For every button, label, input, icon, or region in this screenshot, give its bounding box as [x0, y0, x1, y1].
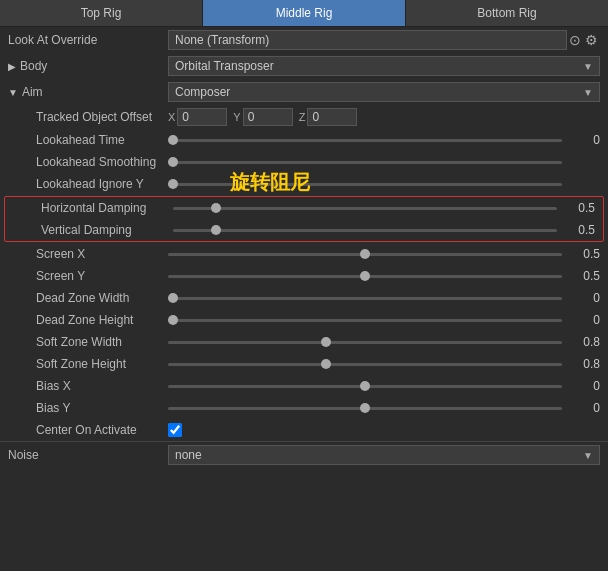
screen-x-value: 0.5: [570, 247, 600, 261]
lookahead-time-value: 0: [570, 133, 600, 147]
soft-zone-width-label: Soft Zone Width: [8, 335, 168, 349]
dead-zone-height-label: Dead Zone Height: [8, 313, 168, 327]
bias-x-label: Bias X: [8, 379, 168, 393]
tab-bar: Top Rig Middle Rig Bottom Rig: [0, 0, 608, 27]
vertical-damping-label: Vertical Damping: [13, 223, 173, 237]
lookahead-smoothing-label: Lookahead Smoothing: [8, 155, 168, 169]
lookahead-ignore-y-row: Lookahead Ignore Y: [0, 173, 608, 195]
screen-y-row: Screen Y 0.5: [0, 265, 608, 287]
tab-bottom-rig[interactable]: Bottom Rig: [406, 0, 608, 26]
vertical-damping-slider-area: 0.5: [173, 223, 595, 237]
z-input[interactable]: [307, 108, 357, 126]
soft-zone-width-slider[interactable]: [168, 341, 562, 344]
body-dropdown[interactable]: Orbital Transposer ▼: [168, 56, 600, 76]
aim-dropdown[interactable]: Composer ▼: [168, 82, 600, 102]
y-input[interactable]: [243, 108, 293, 126]
lookahead-time-slider[interactable]: [168, 139, 562, 142]
bias-y-slider-area: 0: [168, 401, 600, 415]
tracked-object-offset-label: Tracked Object Offset: [8, 110, 168, 124]
lookahead-time-label: Lookahead Time: [8, 133, 168, 147]
bias-x-slider-area: 0: [168, 379, 600, 393]
bias-x-value: 0: [570, 379, 600, 393]
soft-zone-width-slider-area: 0.8: [168, 335, 600, 349]
dead-zone-width-label: Dead Zone Width: [8, 291, 168, 305]
noise-dropdown-arrow: ▼: [583, 450, 593, 461]
dead-zone-width-slider-area: 0: [168, 291, 600, 305]
horizontal-damping-row: Horizontal Damping 0.5: [5, 197, 603, 219]
soft-zone-height-label: Soft Zone Height: [8, 357, 168, 371]
soft-zone-height-slider[interactable]: [168, 363, 562, 366]
body-dropdown-arrow: ▼: [583, 61, 593, 72]
xyz-fields: X Y Z: [168, 108, 600, 126]
x-field: X: [168, 108, 227, 126]
body-arrow-icon: ▶: [8, 61, 16, 72]
x-input[interactable]: [177, 108, 227, 126]
y-label: Y: [233, 111, 240, 123]
vertical-damping-slider[interactable]: [173, 229, 557, 232]
target-icon-button[interactable]: ⊙: [567, 32, 583, 48]
horizontal-damping-slider-area: 0.5: [173, 201, 595, 215]
damping-highlight-box: Horizontal Damping 0.5 Vertical Damping …: [4, 196, 604, 242]
lookahead-ignore-y-slider-area: [168, 183, 600, 186]
dead-zone-width-slider[interactable]: [168, 297, 562, 300]
dead-zone-height-value: 0: [570, 313, 600, 327]
soft-zone-width-row: Soft Zone Width 0.8: [0, 331, 608, 353]
lookahead-ignore-y-slider[interactable]: [168, 183, 562, 186]
x-label: X: [168, 111, 175, 123]
lookahead-time-row: Lookahead Time 0: [0, 129, 608, 151]
dead-zone-width-row: Dead Zone Width 0: [0, 287, 608, 309]
soft-zone-height-row: Soft Zone Height 0.8: [0, 353, 608, 375]
bias-y-row: Bias Y 0: [0, 397, 608, 419]
screen-y-slider-area: 0.5: [168, 269, 600, 283]
body-row: ▶ Body Orbital Transposer ▼: [0, 53, 608, 79]
main-content: Look At Override None (Transform) ⊙ ⚙ ▶ …: [0, 27, 608, 468]
center-on-activate-row: Center On Activate: [0, 419, 608, 441]
horizontal-damping-value: 0.5: [565, 201, 595, 215]
bias-y-value: 0: [570, 401, 600, 415]
bias-x-slider[interactable]: [168, 385, 562, 388]
soft-zone-width-value: 0.8: [570, 335, 600, 349]
dead-zone-height-slider-area: 0: [168, 313, 600, 327]
noise-row: Noise none ▼: [0, 442, 608, 468]
soft-zone-height-value: 0.8: [570, 357, 600, 371]
lookahead-smoothing-slider-area: [168, 161, 600, 164]
aim-row: ▼ Aim Composer ▼: [0, 79, 608, 105]
dead-zone-height-slider[interactable]: [168, 319, 562, 322]
screen-x-slider[interactable]: [168, 253, 562, 256]
dead-zone-height-row: Dead Zone Height 0: [0, 309, 608, 331]
screen-y-value: 0.5: [570, 269, 600, 283]
tab-middle-rig[interactable]: Middle Rig: [203, 0, 406, 26]
look-at-override-value: None (Transform): [168, 30, 567, 50]
aim-arrow-icon: ▼: [8, 87, 18, 98]
noise-label: Noise: [8, 448, 168, 462]
bias-x-row: Bias X 0: [0, 375, 608, 397]
look-at-override-row: Look At Override None (Transform) ⊙ ⚙: [0, 27, 608, 53]
dead-zone-width-value: 0: [570, 291, 600, 305]
lookahead-time-slider-area: 0: [168, 133, 600, 147]
look-at-override-label: Look At Override: [8, 33, 168, 47]
z-label: Z: [299, 111, 306, 123]
bias-y-slider[interactable]: [168, 407, 562, 410]
lookahead-smoothing-slider[interactable]: [168, 161, 562, 164]
lookahead-ignore-y-label: Lookahead Ignore Y: [8, 177, 168, 191]
noise-dropdown[interactable]: none ▼: [168, 445, 600, 465]
lookahead-ignore-y-wrapper: Lookahead Ignore Y 旋转阻尼: [0, 173, 608, 195]
soft-zone-height-slider-area: 0.8: [168, 357, 600, 371]
gear-icon-button[interactable]: ⚙: [583, 32, 600, 48]
screen-x-label: Screen X: [8, 247, 168, 261]
tracked-object-offset-row: Tracked Object Offset X Y Z: [0, 105, 608, 129]
body-label: ▶ Body: [8, 59, 168, 73]
screen-y-label: Screen Y: [8, 269, 168, 283]
bias-y-label: Bias Y: [8, 401, 168, 415]
aim-dropdown-arrow: ▼: [583, 87, 593, 98]
vertical-damping-row: Vertical Damping 0.5: [5, 219, 603, 241]
center-on-activate-checkbox[interactable]: [168, 423, 182, 437]
aim-label: ▼ Aim: [8, 85, 168, 99]
horizontal-damping-label: Horizontal Damping: [13, 201, 173, 215]
vertical-damping-value: 0.5: [565, 223, 595, 237]
screen-y-slider[interactable]: [168, 275, 562, 278]
horizontal-damping-slider[interactable]: [173, 207, 557, 210]
screen-x-row: Screen X 0.5: [0, 243, 608, 265]
tab-top-rig[interactable]: Top Rig: [0, 0, 203, 26]
center-on-activate-label: Center On Activate: [8, 423, 168, 437]
